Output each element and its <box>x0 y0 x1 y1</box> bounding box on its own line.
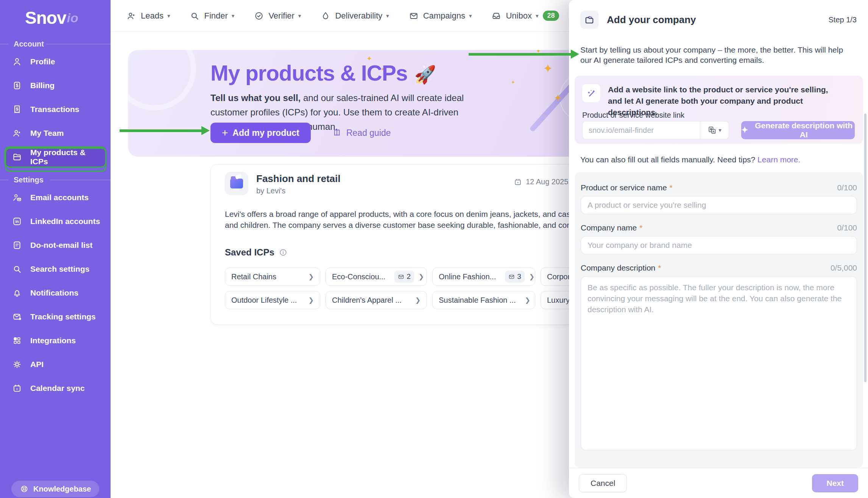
envelope-icon <box>508 274 515 280</box>
sidebar-item-profile[interactable]: Profile <box>5 52 105 71</box>
icp-chip[interactable]: Outdoor Lifestyle ... ❯ <box>225 291 320 309</box>
product-card: Fashion and retail by Levi's 12 Aug 2025… <box>210 164 591 325</box>
field-header-company-description: Company description * 0/5,000 <box>581 263 857 272</box>
required-asterisk: * <box>658 263 661 272</box>
sidebar-item-notifications[interactable]: Notifications <box>5 283 105 302</box>
sparkles-icon: ✦ <box>741 125 748 135</box>
drawer-scrollbar[interactable] <box>864 114 866 382</box>
product-description: Levi's offers a broad range of apparel p… <box>225 209 591 230</box>
sidebar-item-label: Billing <box>30 81 55 90</box>
emails-count-badge: 2 <box>394 271 414 283</box>
linkedin-icon: in <box>12 216 22 226</box>
sidebar-item-label: Calendar sync <box>30 384 85 393</box>
search-icon <box>12 264 22 274</box>
nav-deliverability[interactable]: Deliverability ▾ <box>321 11 389 21</box>
add-company-drawer: Add your company Step 1/3 Start by telli… <box>569 0 868 498</box>
sidebar-item-my-team[interactable]: My Team <box>5 124 105 143</box>
nav-label: Leads <box>141 11 164 21</box>
product-name-input[interactable] <box>581 196 857 214</box>
banner-decor-circle <box>128 50 196 110</box>
sidebar-item-transactions[interactable]: $ Transactions <box>5 100 105 119</box>
products-banner: ✦ ✦ ✦ ✦ ✦ ✦ My products & ICPs🚀 Tell us … <box>128 50 597 157</box>
chevron-down-icon: ▾ <box>298 12 301 19</box>
saved-icps-label: Saved ICPs <box>225 247 274 258</box>
chevron-right-icon: ❯ <box>529 273 535 281</box>
language-dropdown[interactable]: A ▾ <box>700 121 729 139</box>
add-my-product-button[interactable]: + Add my product <box>210 123 311 143</box>
knowledgebase-label: Knowledgebase <box>33 485 91 493</box>
snov-logo[interactable]: Snov io <box>0 0 111 36</box>
cancel-button[interactable]: Cancel <box>579 474 627 492</box>
collapse-sidebar-button[interactable] <box>109 483 120 495</box>
integrations-icon <box>12 336 22 345</box>
nav-campaigns[interactable]: Campaigns ▾ <box>409 11 472 21</box>
read-guide-label: Read guide <box>346 128 391 138</box>
website-url-input[interactable] <box>583 121 700 139</box>
page-title: My products & ICPs🚀 <box>210 61 436 86</box>
product-byline: by Levi's <box>256 187 285 195</box>
logo-suffix: io <box>67 11 78 25</box>
char-counter: 0/100 <box>837 223 857 232</box>
bell-icon <box>12 288 22 298</box>
billing-icon: $ <box>12 81 22 90</box>
sidebar-item-integrations[interactable]: Integrations <box>5 331 105 350</box>
learn-more-link[interactable]: Learn more. <box>757 155 800 164</box>
info-icon[interactable] <box>279 248 287 257</box>
icp-chip[interactable]: Eco-Consciou... 2 ❯ <box>326 268 427 286</box>
field-label: Company description <box>581 263 655 272</box>
nav-unibox[interactable]: Unibox ▾ 28 <box>491 11 559 21</box>
calendar-icon <box>514 178 522 186</box>
deliverability-icon <box>321 11 330 21</box>
sidebar-item-search-settings[interactable]: Search settings <box>5 260 105 279</box>
chevron-down-icon: ▾ <box>718 127 722 134</box>
icp-chip[interactable]: Sustainable Fashion ... ❯ <box>432 291 535 309</box>
sidebar-item-label: Tracking settings <box>30 312 96 321</box>
profile-icon <box>12 57 22 67</box>
nav-finder[interactable]: Finder ▾ <box>190 11 234 21</box>
company-description-textarea[interactable] <box>581 276 857 450</box>
sidebar-item-tracking-settings[interactable]: Tracking settings <box>5 307 105 326</box>
drawer-intro-text: Start by telling us about your company –… <box>580 45 851 65</box>
sidebar-item-billing[interactable]: $ Billing <box>5 76 105 95</box>
company-name-input[interactable] <box>581 236 857 254</box>
sidebar-item-label: API <box>30 360 44 369</box>
calendar-icon <box>12 383 22 393</box>
required-asterisk: * <box>670 183 673 192</box>
icp-chip[interactable]: Online Fashion... 3 ❯ <box>432 268 535 286</box>
icp-chip[interactable]: Children's Apparel ... ❯ <box>326 291 427 309</box>
icp-chip[interactable]: Retail Chains ❯ <box>225 268 320 286</box>
knowledgebase-button[interactable]: Knowledgebase <box>11 481 99 497</box>
sidebar-item-do-not-email[interactable]: Do-not-email list <box>5 236 105 255</box>
char-counter: 0/100 <box>837 183 857 192</box>
sidebar-footer: Knowledgebase <box>0 477 111 498</box>
nav-leads[interactable]: Leads ▾ <box>126 11 170 21</box>
chevron-down-icon: ▾ <box>167 12 170 19</box>
drawer-header: Add your company Step 1/3 <box>569 0 868 39</box>
do-not-email-icon <box>12 240 22 250</box>
field-header-company-name: Company name * 0/100 <box>581 223 857 232</box>
sidebar: Snov io Account Profile $ Billing $ Tran… <box>0 0 111 498</box>
sidebar-item-email-accounts[interactable]: Email accounts <box>5 188 105 207</box>
product-title: Fashion and retail <box>256 173 341 185</box>
chevron-down-icon: ▾ <box>386 12 389 19</box>
required-asterisk: * <box>639 223 642 232</box>
finder-icon <box>190 11 199 21</box>
nav-label: Deliverability <box>335 11 382 21</box>
sidebar-section-account: Account <box>0 36 111 52</box>
transactions-icon: $ <box>12 104 22 114</box>
nav-verifier[interactable]: Verifier ▾ <box>254 11 301 21</box>
sidebar-item-linkedin-accounts[interactable]: in LinkedIn accounts <box>5 212 105 231</box>
nav-label: Campaigns <box>423 11 465 21</box>
tracking-icon <box>12 312 22 322</box>
generate-description-ai-button[interactable]: ✦ Generate description with AI <box>741 121 855 139</box>
sidebar-item-label: Transactions <box>30 105 79 114</box>
next-button[interactable]: Next <box>812 474 858 492</box>
sidebar-item-calendar-sync[interactable]: Calendar sync <box>5 379 105 398</box>
sidebar-item-api[interactable]: API <box>5 355 105 374</box>
website-link-label: Product or service website link <box>582 111 684 120</box>
read-guide-link[interactable]: Read guide <box>332 128 391 138</box>
product-date-label: 12 Aug 2025 <box>526 177 568 186</box>
book-icon <box>332 128 342 138</box>
sidebar-item-label: Notifications <box>30 288 78 297</box>
app-screen: Snov io Account Profile $ Billing $ Tran… <box>0 0 868 498</box>
